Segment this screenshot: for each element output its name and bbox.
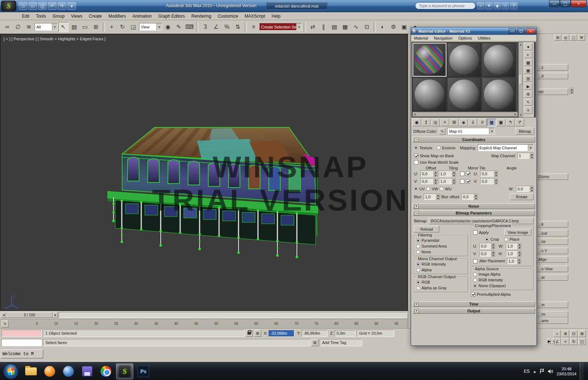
menu-tools[interactable]: Tools: [33, 13, 49, 20]
zoom-extents-button[interactable]: ⊡: [570, 330, 578, 337]
scroll-down-icon[interactable]: ▼: [520, 114, 522, 116]
u-angle-field[interactable]: 0,0: [480, 171, 498, 177]
tab-motion[interactable]: ◎: [562, 35, 569, 41]
v-tile-checkbox[interactable]: [466, 179, 470, 184]
uv-radio[interactable]: UV: [414, 187, 425, 191]
play-animation-button[interactable]: ▶: [547, 339, 551, 344]
panel-button-fragment[interactable]: ...n Y: [537, 248, 568, 254]
menu-rendering[interactable]: Rendering: [188, 13, 214, 20]
background-button[interactable]: ▩: [524, 59, 533, 66]
vw-radio[interactable]: VW: [426, 187, 438, 191]
bitmap-parameters-header[interactable]: − Bitmap Parameters: [413, 210, 535, 216]
spinner[interactable]: [517, 243, 521, 249]
spinner[interactable]: [517, 250, 521, 257]
panel-button-fragment[interactable]: ...it: [537, 221, 568, 227]
mapping-dropdown[interactable]: Explicit Map Channel ▾: [478, 144, 534, 151]
taskbar-item-disc-tool[interactable]: [60, 363, 77, 379]
taskbar-item-3ds-max[interactable]: S: [116, 363, 133, 379]
select-by-name-button[interactable]: ▤: [69, 22, 79, 32]
put-material-to-scene-button[interactable]: ↥: [422, 119, 431, 126]
welcome-screen-title-fragment[interactable]: Welcome to M: [1, 349, 43, 358]
spinner[interactable]: [452, 171, 456, 177]
time-slider-prev-frame[interactable]: ◄: [1, 312, 6, 318]
samples-horizontal-scrollbar[interactable]: ◄ ►: [413, 112, 518, 117]
texture-radio[interactable]: Texture: [414, 146, 432, 150]
language-indicator[interactable]: ES: [524, 369, 530, 374]
menu-modifiers[interactable]: Modifiers: [105, 13, 129, 20]
spinner[interactable]: [530, 153, 534, 159]
output-rollout-header[interactable]: + Output: [413, 308, 535, 314]
panel-button-fragment[interactable]: ...m: [537, 302, 568, 308]
u-offset-field[interactable]: 0,0: [420, 171, 437, 177]
y-coordinate-field[interactable]: -86,854m: [302, 330, 328, 337]
app-close-button[interactable]: ×: [571, 0, 587, 7]
panel-button-fragment[interactable]: ...ical: [537, 230, 568, 236]
crop-v-field[interactable]: 0,0: [480, 250, 495, 257]
graphite-modeling-tools-button[interactable]: ▦: [340, 22, 350, 32]
window-crossing-toggle-button[interactable]: ⊞: [91, 22, 101, 32]
put-to-library-button[interactable]: ⇓: [468, 119, 477, 126]
time-slider-track[interactable]: [58, 312, 407, 318]
coordinates-rollout-header[interactable]: − Coordinates: [413, 137, 535, 142]
viewport-label[interactable]: [ + ] [ Perspective ] [ Smooth + Highlig…: [4, 37, 106, 41]
make-unique-button[interactable]: ◈: [459, 119, 468, 126]
place-radio[interactable]: Place: [504, 237, 520, 241]
station-3d-model[interactable]: z: [1, 35, 407, 310]
taskbar-item-photoshop[interactable]: Ps: [135, 363, 152, 379]
unlink-selection-button[interactable]: ∅: [13, 22, 23, 32]
time-rollout-header[interactable]: + Time: [413, 301, 535, 307]
subscription-center-icon[interactable]: ✦: [485, 2, 493, 9]
zoom-extents-all-button[interactable]: ⊞: [578, 330, 586, 337]
menu-animation[interactable]: Animation: [129, 13, 155, 20]
noise-rollout-header[interactable]: + Noise: [413, 203, 535, 209]
me-maximize-button[interactable]: ▢: [517, 28, 525, 34]
alpha-radio[interactable]: Alpha: [416, 268, 432, 272]
rectangular-selection-region-button[interactable]: ▭: [80, 22, 90, 32]
menu-maxscript[interactable]: MAXScript: [241, 13, 268, 20]
select-and-move-button[interactable]: ⌖: [107, 22, 117, 32]
start-button[interactable]: [3, 363, 19, 379]
panel-button-fragment[interactable]: ...ne: [537, 238, 568, 245]
make-preview-button[interactable]: ▶: [524, 83, 533, 90]
menu-create[interactable]: Create: [86, 13, 105, 20]
apply-checkbox[interactable]: Apply: [473, 230, 489, 235]
me-menu-utilities[interactable]: Utilities: [475, 35, 493, 41]
use-pivot-point-center-button[interactable]: ◉: [163, 22, 173, 32]
taskbar-item-chrome[interactable]: [97, 363, 115, 379]
eyedropper-icon[interactable]: ∿: [439, 128, 445, 135]
me-menu-navigation[interactable]: Navigation: [431, 35, 455, 41]
material-sample-slot[interactable]: [413, 43, 446, 77]
app-maximize-button[interactable]: ▢: [560, 0, 571, 7]
material-sample-slot[interactable]: [413, 77, 446, 111]
reset-map-button[interactable]: ×: [440, 119, 449, 126]
alpha-as-gray-radio[interactable]: Alpha as Gray: [416, 286, 447, 290]
spinner[interactable]: [517, 258, 521, 264]
map-channel-field[interactable]: 1: [517, 153, 534, 159]
me-menu-material[interactable]: Material: [411, 35, 431, 41]
rgb-intensity-radio[interactable]: RGB Intensity: [416, 262, 446, 266]
blur-offset-field[interactable]: 0,0: [462, 194, 478, 200]
edit-named-selection-sets-button[interactable]: ≡: [249, 22, 259, 32]
menu-customize[interactable]: Customize: [214, 13, 241, 20]
spinner[interactable]: [436, 194, 440, 200]
spinner[interactable]: [474, 194, 478, 200]
rotate-button[interactable]: Rotate: [510, 193, 534, 200]
action-center-icon[interactable]: [540, 369, 544, 374]
spinner[interactable]: [494, 178, 498, 184]
help-icon[interactable]: ?: [510, 2, 517, 9]
blur-field[interactable]: 1,0: [424, 194, 440, 200]
material-sample-slot[interactable]: [447, 77, 481, 111]
named-selection-sets-dropdown[interactable]: Create Selection Se▾: [259, 23, 302, 31]
v-tiling-field[interactable]: 1,0: [439, 178, 456, 184]
maxscript-mini-listener-pink[interactable]: [1, 330, 42, 337]
snaps-toggle-button[interactable]: 3: [200, 22, 210, 32]
material-sample-slot[interactable]: [447, 43, 481, 77]
scrollbar-thumb[interactable]: [519, 75, 522, 85]
spinner[interactable]: [491, 243, 495, 249]
orbit-camera-button[interactable]: ↻: [570, 338, 578, 345]
communication-center-icon[interactable]: ◈: [494, 2, 501, 9]
time-configuration-button[interactable]: ◔: [552, 339, 555, 344]
angle-snap-toggle-button[interactable]: ∠: [211, 22, 221, 32]
select-object-button[interactable]: ↖: [58, 22, 68, 32]
environ-radio[interactable]: Environ: [437, 146, 455, 150]
